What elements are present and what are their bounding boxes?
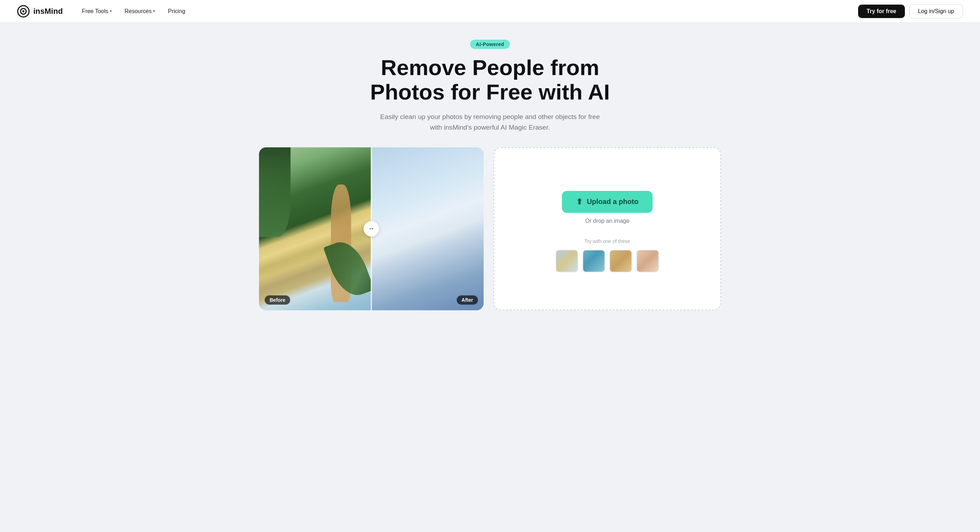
- content-area: ↔ Before After ⬆ Upload a photo Or drop …: [259, 147, 721, 310]
- try-free-button[interactable]: Try for free: [858, 5, 905, 18]
- after-label: After: [457, 295, 478, 305]
- ai-badge: AI-Powered: [470, 40, 510, 49]
- before-side: [259, 147, 371, 310]
- hero-title-line1: Remove People from: [381, 55, 600, 80]
- nav-pricing-label: Pricing: [168, 8, 185, 14]
- upload-icon: ⬆: [576, 197, 582, 206]
- nav-actions: Try for free Log in/Sign up: [858, 4, 963, 18]
- sample-image-3[interactable]: [609, 250, 632, 272]
- main-content: AI-Powered Remove People from Photos for…: [242, 23, 738, 333]
- sample-images: [555, 250, 659, 272]
- hero-title-line2: Photos for Free with AI: [370, 80, 610, 104]
- try-label: Try with one of these: [584, 238, 630, 244]
- upload-panel[interactable]: ⬆ Upload a photo Or drop an image Try wi…: [493, 147, 721, 310]
- nav-free-tools-label: Free Tools: [82, 8, 108, 14]
- brand-logo[interactable]: insMind: [17, 5, 63, 18]
- hero-section: AI-Powered Remove People from Photos for…: [259, 40, 721, 133]
- svg-point-2: [22, 10, 24, 13]
- nav-resources-label: Resources: [125, 8, 152, 14]
- hero-subtitle: Easily clean up your photos by removing …: [380, 111, 600, 133]
- sample-image-4[interactable]: [636, 250, 659, 272]
- beach-after-image: [371, 147, 484, 310]
- hero-title: Remove People from Photos for Free with …: [259, 55, 721, 105]
- sample-image-1[interactable]: [555, 250, 578, 272]
- upload-button[interactable]: ⬆ Upload a photo: [562, 191, 652, 213]
- upload-button-label: Upload a photo: [587, 198, 638, 206]
- nav-resources[interactable]: Resources ▾: [120, 5, 160, 17]
- chevron-down-icon: ▾: [110, 9, 112, 13]
- login-button[interactable]: Log in/Sign up: [909, 4, 963, 18]
- before-label: Before: [265, 295, 290, 305]
- trees-decoration: [259, 147, 291, 237]
- after-side: [371, 147, 484, 310]
- brand-name: insMind: [33, 7, 63, 16]
- drop-text: Or drop an image: [585, 218, 630, 224]
- sample-image-2[interactable]: [582, 250, 605, 272]
- logo-icon: [17, 5, 30, 18]
- navbar: insMind Free Tools ▾ Resources ▾ Pricing…: [0, 0, 980, 23]
- nav-pricing[interactable]: Pricing: [163, 5, 190, 17]
- nav-free-tools[interactable]: Free Tools ▾: [77, 5, 116, 17]
- nav-links: Free Tools ▾ Resources ▾ Pricing: [77, 5, 858, 17]
- divider-handle[interactable]: ↔: [364, 221, 379, 237]
- beach-before-image: [259, 147, 371, 310]
- palm-leaf-decoration: [323, 236, 371, 301]
- before-after-panel: ↔ Before After: [259, 147, 484, 310]
- chevron-down-icon: ▾: [153, 9, 155, 13]
- before-after-inner: ↔ Before After: [259, 147, 484, 310]
